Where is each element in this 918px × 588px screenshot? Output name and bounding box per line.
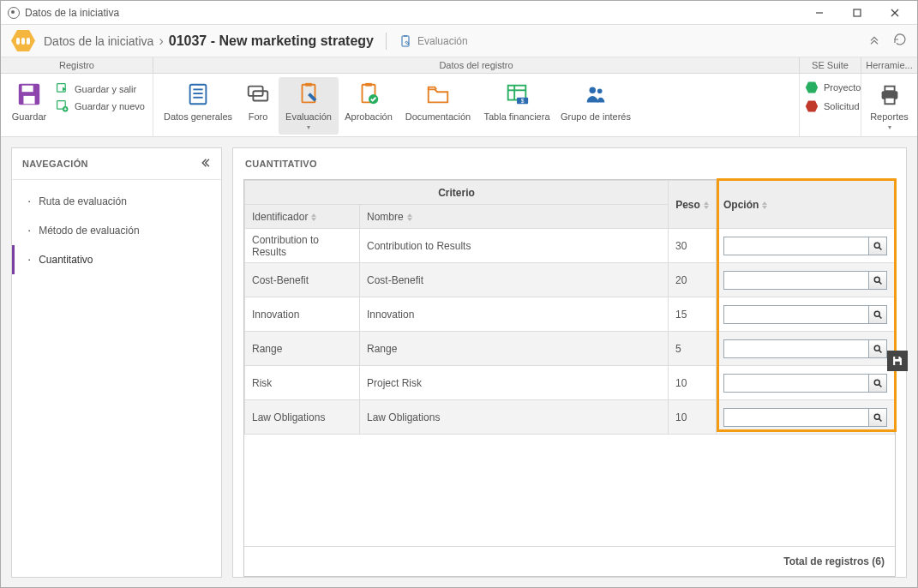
footer-count: (6) (872, 555, 885, 567)
breadcrumb-current: 01037 - New marketing strategy (169, 33, 374, 49)
option-input[interactable] (723, 408, 869, 427)
save-icon (15, 81, 43, 108)
ribbon-header-registro: Registro (1, 57, 153, 73)
cell-opcion (717, 400, 895, 435)
minimize-button[interactable] (801, 1, 838, 25)
option-search-button[interactable] (868, 374, 887, 393)
option-input[interactable] (723, 237, 869, 255)
svg-rect-32 (885, 87, 894, 92)
svg-point-36 (874, 277, 879, 282)
col-nombre[interactable]: Nombre (360, 205, 669, 229)
breadcrumb-root[interactable]: Datos de la iniciativa (44, 34, 153, 48)
svg-text:$: $ (521, 98, 525, 104)
svg-marker-30 (806, 101, 818, 112)
grid-wrap: Criterio Peso Opción Identificador Nombr… (243, 179, 896, 577)
cell-id: Range (245, 332, 360, 366)
ribbon-header-herr: Herramie... (861, 57, 917, 73)
project-link[interactable]: Proyecto (805, 81, 861, 94)
save-icon (891, 355, 903, 367)
table-row: Law ObligationsLaw Obligations10 (245, 400, 895, 435)
col-peso[interactable]: Peso (669, 181, 717, 229)
save-new-button[interactable]: Guardar y nuevo (56, 99, 145, 113)
nav-item-ruta[interactable]: Ruta de evaluación (12, 187, 221, 216)
sort-icon (704, 201, 709, 209)
evaluation-button[interactable]: Evaluación ▾ (279, 77, 339, 135)
folder-icon (424, 81, 452, 108)
breadcrumb-sep: › (159, 33, 163, 49)
ribbon-headers: Registro Datos del registro SE Suite Her… (1, 57, 917, 74)
forum-button[interactable]: Foro (237, 77, 279, 125)
stakeholders-button[interactable]: Grupo de interés (556, 77, 635, 125)
nav-list: Ruta de evaluación Método de evaluación … (12, 180, 221, 281)
option-search-button[interactable] (868, 237, 887, 255)
option-search-button[interactable] (868, 271, 887, 290)
svg-marker-29 (806, 82, 818, 93)
clipboard-pencil-icon (295, 81, 322, 108)
nav-item-metodo[interactable]: Método de evaluación (12, 216, 221, 245)
option-search-button[interactable] (868, 408, 887, 427)
option-search-button[interactable] (868, 305, 887, 324)
svg-point-34 (874, 243, 879, 248)
svg-rect-7 (23, 96, 34, 104)
cell-name: Contribution to Results (360, 229, 669, 263)
cell-opcion (717, 297, 895, 332)
window-title: Datos de la iniciativa (25, 7, 119, 19)
nav-item-cuantitativo[interactable]: Cuantitativo (12, 245, 221, 274)
collapse-up-icon[interactable] (867, 33, 881, 49)
collapse-left-icon[interactable] (199, 157, 211, 171)
cell-peso: 30 (669, 229, 717, 263)
ribbon: Guardar Guardar y salir Guardar y nuevo … (1, 74, 917, 137)
sort-icon (311, 213, 316, 221)
documentation-button[interactable]: Documentación (399, 77, 477, 125)
save-exit-button[interactable]: Guardar y salir (56, 82, 145, 96)
col-opcion[interactable]: Opción (717, 181, 895, 229)
option-input[interactable] (723, 271, 869, 290)
option-input[interactable] (723, 339, 869, 358)
printer-icon (876, 81, 903, 108)
general-data-button[interactable]: Datos generales (159, 77, 237, 125)
cell-id: Innovation (245, 297, 360, 332)
floating-save-button[interactable] (887, 351, 908, 371)
svg-point-40 (874, 345, 879, 351)
nav-panel: NAVEGACIÓN Ruta de evaluación Método de … (11, 147, 222, 578)
caret-down-icon: ▾ (307, 123, 310, 131)
financial-table-button[interactable]: $ Tabla financiera (477, 77, 556, 125)
refresh-icon[interactable] (893, 33, 907, 49)
cell-name: Innovation (360, 297, 669, 332)
request-link[interactable]: Solicitud (805, 99, 860, 113)
option-input[interactable] (723, 374, 869, 393)
save-exit-icon (56, 82, 69, 96)
svg-line-43 (879, 384, 882, 387)
ribbon-header-datos: Datos del registro (153, 57, 800, 73)
reports-button[interactable]: Reportes ▾ (867, 77, 912, 135)
module-icon (11, 29, 35, 53)
cell-name: Range (360, 332, 669, 366)
clipboard-edit-icon (399, 34, 412, 48)
svg-rect-33 (885, 98, 894, 105)
maximize-button[interactable] (838, 1, 876, 25)
option-search-button[interactable] (868, 339, 887, 358)
svg-point-44 (874, 414, 879, 419)
col-identificador[interactable]: Identificador (245, 205, 360, 229)
approval-button[interactable]: Aprobación (339, 77, 399, 125)
svg-line-45 (879, 418, 882, 421)
sort-icon (407, 213, 412, 221)
document-icon (184, 81, 212, 108)
content-panel: CUANTITATIVO Criterio Peso Opción Identi… (232, 147, 907, 578)
svg-point-38 (874, 311, 879, 316)
table-row: InnovationInnovation15 (245, 297, 895, 332)
breadcrumb-section-label: Evaluación (417, 35, 468, 47)
save-button[interactable]: Guardar (6, 77, 52, 125)
svg-point-28 (597, 88, 603, 93)
option-input[interactable] (723, 305, 869, 324)
sort-icon (762, 201, 767, 209)
footer-label: Total de registros (783, 555, 869, 567)
col-criterio-group[interactable]: Criterio (245, 181, 669, 205)
svg-line-37 (879, 281, 882, 284)
ribbon-header-suite: SE Suite (800, 57, 861, 73)
breadcrumb-section[interactable]: Evaluación (399, 34, 468, 48)
cell-opcion (717, 229, 895, 263)
close-button[interactable] (876, 1, 914, 25)
svg-line-39 (879, 315, 882, 318)
cell-peso: 5 (669, 332, 717, 366)
